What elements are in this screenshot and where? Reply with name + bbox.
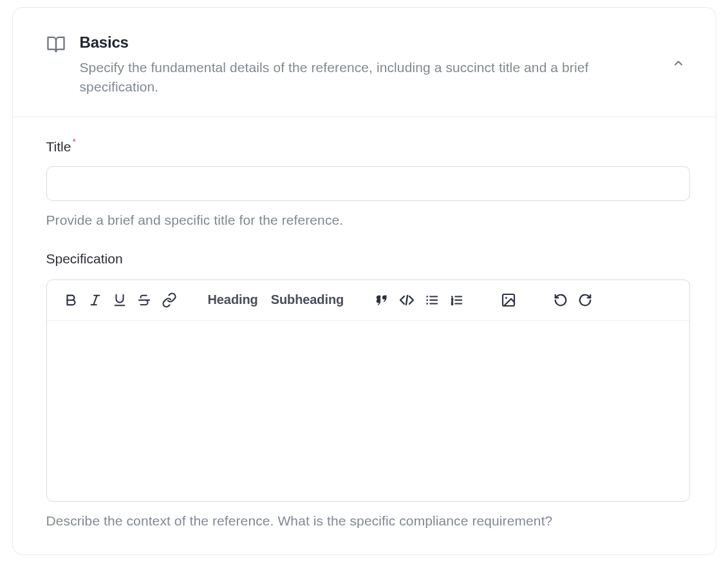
bullet-list-icon (425, 293, 439, 307)
specification-input[interactable] (47, 321, 689, 501)
image-icon (501, 292, 516, 308)
basics-panel: Basics Specify the fundamental details o… (12, 7, 716, 555)
title-label: Title * (46, 139, 76, 155)
redo-icon (578, 293, 592, 307)
panel-description: Specify the fundamental details of the r… (80, 58, 646, 97)
subheading-button[interactable]: Subheading (267, 290, 348, 310)
svg-point-9 (426, 296, 428, 298)
required-marker: * (72, 137, 75, 147)
basics-panel-header: Basics Specify the fundamental details o… (13, 8, 716, 117)
code-button[interactable] (397, 290, 417, 310)
bullet-list-button[interactable] (422, 290, 442, 310)
specification-field: Specification (46, 251, 690, 529)
code-icon (399, 292, 415, 308)
heading-button[interactable]: Heading (204, 290, 262, 310)
undo-button[interactable] (551, 290, 570, 310)
editor-toolbar: Heading Subheading (47, 280, 689, 321)
specification-label: Specification (46, 251, 123, 267)
svg-line-5 (406, 296, 407, 305)
collapse-button[interactable] (669, 54, 687, 72)
italic-button[interactable] (86, 290, 105, 310)
ordered-list-icon (449, 293, 463, 307)
title-help: Provide a brief and specific title for t… (46, 213, 690, 228)
link-button[interactable] (159, 290, 180, 310)
strikethrough-button[interactable] (135, 290, 154, 310)
blockquote-button[interactable] (372, 290, 391, 310)
ordered-list-button[interactable] (447, 290, 466, 310)
svg-point-11 (426, 303, 428, 305)
chevron-up-icon (672, 57, 685, 70)
title-input[interactable] (46, 166, 690, 201)
image-button[interactable] (498, 290, 519, 310)
svg-point-10 (426, 299, 428, 301)
panel-title: Basics (80, 33, 690, 52)
basics-panel-body: Title * Provide a brief and specific tit… (13, 117, 716, 554)
bold-button[interactable] (61, 290, 80, 310)
link-icon (162, 292, 177, 308)
title-label-text: Title (46, 139, 71, 155)
svg-line-2 (93, 296, 97, 305)
quote-icon (375, 293, 389, 307)
specification-help: Describe the context of the reference. W… (46, 513, 690, 529)
strikethrough-icon (137, 293, 151, 307)
underline-icon (113, 293, 127, 307)
italic-icon (88, 293, 102, 307)
underline-button[interactable] (110, 290, 129, 310)
svg-point-16 (505, 297, 507, 299)
title-field: Title * Provide a brief and specific tit… (46, 139, 690, 228)
specification-editor: Heading Subheading (46, 279, 690, 502)
undo-icon (554, 293, 568, 307)
redo-button[interactable] (575, 290, 595, 310)
book-open-icon (46, 35, 66, 54)
bold-icon (64, 293, 78, 307)
